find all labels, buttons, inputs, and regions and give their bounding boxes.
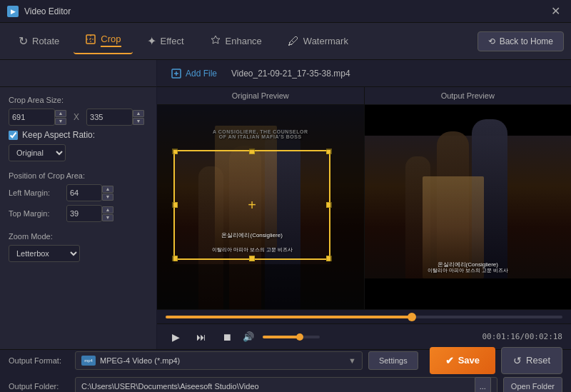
format-dropdown-icon: ▼	[348, 356, 356, 365]
subtitle-in-crop-2: 이탈리아 마피아 보스의 고문 비즈사	[212, 246, 293, 253]
preview-panels: Original Preview	[157, 87, 571, 309]
preview-area: Original Preview	[157, 87, 571, 349]
play-icon: ▶	[172, 331, 180, 343]
controls-bar: ▶ ⏭ ⏹ 🔊 00:01:16/00:02:18	[157, 323, 571, 349]
file-name: Video_21-09-21_17-35-38.mp4	[231, 69, 562, 79]
left-margin-up[interactable]: ▲	[102, 186, 113, 193]
save-icon: ✔	[445, 355, 454, 366]
left-margin-row: Left Margin: ▲ ▼	[9, 184, 148, 201]
original-preview-video: A CONSIGLIERE, THE COUNSELOR OF AN ITALI…	[157, 105, 364, 309]
tab-effect-label: Effect	[161, 36, 184, 46]
timeline-thumb[interactable]	[408, 313, 416, 321]
output-preview-video: 온실리에리(Consigliere) 이탈리아 마피아 보스의 고문 비즈사	[365, 105, 572, 309]
tab-enhance[interactable]: Enhance	[198, 29, 273, 54]
timeline-track[interactable]	[166, 316, 562, 318]
reset-label: Reset	[526, 355, 550, 366]
position-label: Position of Crop Area:	[9, 171, 148, 180]
time-total: 00:02:18	[525, 332, 562, 341]
output-preview-panel: Output Preview 온실리에리(Consigli	[365, 87, 572, 309]
bottom-actions: ✔ Save ↺ Reset	[430, 347, 562, 374]
tab-effect[interactable]: ✦ Effect	[136, 29, 196, 54]
original-preview-label: Original Preview	[157, 87, 364, 105]
height-down[interactable]: ▼	[133, 118, 144, 125]
crop-overlay[interactable]: + 온실리에리(Consigliere) 이탈리아 마피아 보스의 고문 비즈사	[173, 150, 330, 260]
left-margin-spinner[interactable]: ▲ ▼	[102, 186, 113, 201]
time-current: 00:01:16	[482, 332, 520, 341]
save-button[interactable]: ✔ Save	[430, 347, 495, 374]
output-format-label: Output Format:	[9, 356, 69, 365]
left-panel: Crop Area Size: ▲ ▼ X ▲ ▼	[0, 87, 157, 349]
open-folder-label: Open Folder	[511, 382, 555, 391]
crop-icon	[85, 34, 96, 48]
top-margin-down[interactable]: ▼	[102, 214, 113, 221]
output-folder-row: Output Folder: C:\Users\USER\Documents\A…	[9, 377, 562, 393]
height-spinner[interactable]: ▲ ▼	[133, 110, 144, 125]
reset-button[interactable]: ↺ Reset	[501, 347, 562, 374]
reset-icon: ↺	[513, 355, 522, 366]
width-down[interactable]: ▼	[55, 118, 66, 125]
enhance-icon	[210, 34, 221, 49]
add-file-button[interactable]: Add File	[166, 66, 223, 81]
save-label: Save	[458, 355, 480, 366]
tab-bar: ↻ Rotate Crop ✦ Effect Enhance 🖊 Waterma…	[0, 23, 571, 60]
stop-button[interactable]: ⏹	[217, 327, 237, 347]
format-value: MPEG-4 Video (*.mp4)	[100, 356, 180, 365]
timeline-bar[interactable]	[157, 309, 571, 323]
crop-height-input[interactable]	[86, 109, 133, 126]
dark-left	[157, 150, 173, 264]
left-margin-down[interactable]: ▼	[102, 194, 113, 201]
top-margin-row: Top Margin: ▲ ▼	[9, 205, 148, 222]
width-up[interactable]: ▲	[55, 110, 66, 117]
top-margin-up[interactable]: ▲	[102, 206, 113, 213]
browse-folder-button[interactable]: ...	[475, 377, 491, 393]
original-preview-panel: Original Preview	[157, 87, 364, 309]
back-label: Back to Home	[500, 36, 553, 46]
volume-thumb[interactable]	[296, 333, 303, 341]
crop-size-label: Crop Area Size:	[9, 96, 148, 104]
settings-button[interactable]: Settings	[368, 351, 418, 370]
tab-crop[interactable]: Crop	[74, 29, 132, 54]
top-margin-spinner[interactable]: ▲ ▼	[102, 206, 113, 221]
add-file-label: Add File	[186, 69, 217, 79]
height-up[interactable]: ▲	[133, 110, 144, 117]
position-section: Position of Crop Area: Left Margin: ▲ ▼ …	[9, 171, 148, 222]
forward-button[interactable]: ⏭	[191, 327, 211, 347]
width-spinner[interactable]: ▲ ▼	[55, 110, 66, 125]
left-margin-input[interactable]	[66, 184, 102, 201]
forward-icon: ⏭	[196, 331, 206, 343]
letterbox-bottom	[365, 278, 572, 309]
rotate-icon: ↻	[19, 34, 28, 48]
dark-bottom	[157, 264, 364, 309]
close-button[interactable]: ✕	[547, 3, 564, 20]
tab-rotate[interactable]: ↻ Rotate	[7, 29, 71, 54]
add-file-icon	[171, 69, 181, 79]
file-bar: Add File Video_21-09-21_17-35-38.mp4	[157, 60, 571, 87]
folder-path: C:\Users\USER\Documents\Aiseesoft Studio…	[75, 377, 497, 393]
crop-width-input[interactable]	[9, 109, 55, 126]
output-subtitle-2: 이탈리아 마피아 보스의 고문 비즈사	[428, 267, 508, 274]
tab-crop-label: Crop	[101, 34, 121, 47]
top-margin-label: Top Margin:	[9, 209, 62, 218]
stop-icon: ⏹	[222, 331, 232, 343]
play-button[interactable]: ▶	[166, 327, 186, 347]
zoom-mode-select[interactable]: Letterbox	[9, 245, 80, 262]
effect-icon: ✦	[147, 34, 156, 48]
format-icon: mp4	[81, 356, 96, 366]
dark-right	[330, 150, 363, 264]
subtitle-in-crop-1: 온실리에리(Consigliere)	[221, 231, 282, 239]
aspect-ratio-select[interactable]: Original	[9, 144, 66, 161]
tab-watermark[interactable]: 🖊 Watermark	[276, 29, 360, 54]
format-select[interactable]: mp4 MPEG-4 Video (*.mp4) ▼	[75, 351, 363, 370]
time-display: 00:01:16/00:02:18	[482, 332, 562, 341]
keep-aspect-ratio-checkbox[interactable]	[9, 131, 18, 140]
output-preview-label: Output Preview	[365, 87, 572, 105]
window-title: Video Editor	[24, 6, 71, 16]
crop-handle-bm[interactable]	[249, 256, 255, 261]
x-separator: X	[74, 112, 79, 122]
bottom-bar: Output Format: mp4 MPEG-4 Video (*.mp4) …	[0, 349, 571, 392]
back-to-home-button[interactable]: ⟲ Back to Home	[477, 31, 564, 51]
volume-track[interactable]	[263, 336, 320, 338]
tab-enhance-label: Enhance	[226, 36, 262, 46]
open-folder-button[interactable]: Open Folder	[503, 377, 562, 393]
top-margin-input[interactable]	[66, 205, 102, 222]
